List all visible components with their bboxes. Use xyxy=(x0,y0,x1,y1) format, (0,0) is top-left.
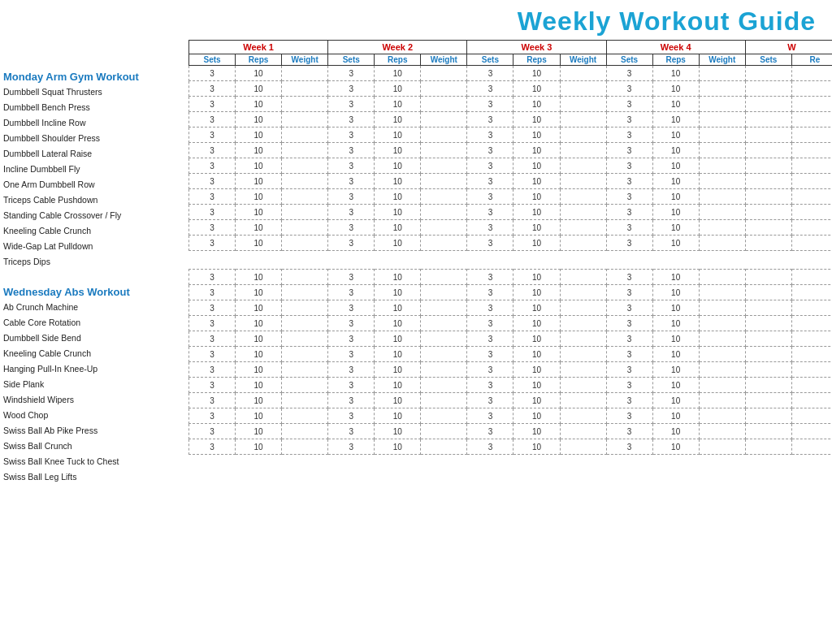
week4-reps-1: 10 xyxy=(652,81,699,97)
week1-sets-3: 3 xyxy=(189,112,236,128)
s2-week1-weight-0 xyxy=(282,270,328,285)
s2-week1-reps-1: 10 xyxy=(236,285,282,300)
section1-container: Monday Arm Gym Workout Dumbbell Squat Th… xyxy=(3,71,187,270)
w3-weight-header: Weight xyxy=(560,54,606,66)
week4-weight-4 xyxy=(699,128,745,143)
s2-week4-reps-6: 10 xyxy=(652,362,699,378)
s2-week4-reps-2: 10 xyxy=(652,300,699,316)
week2-weight-7 xyxy=(421,174,467,189)
s2-week2-weight-2 xyxy=(421,300,467,316)
w2-reps-header: Reps xyxy=(375,54,421,66)
section1-exercise-7: Triceps Cable Pushdown xyxy=(3,192,187,208)
section2-exercise-9: Swiss Ball Crunch xyxy=(3,439,187,454)
s2-week5-reps-9 xyxy=(791,408,832,424)
section1-exercise-1: Dumbbell Bench Press xyxy=(3,100,187,115)
week2-weight-2 xyxy=(421,97,467,112)
s2-week2-reps-8: 10 xyxy=(375,393,421,408)
week2-weight-1 xyxy=(421,81,467,97)
s2-week1-weight-9 xyxy=(282,408,328,424)
table-row: 310310310310 xyxy=(189,331,833,347)
s2-week4-weight-7 xyxy=(699,378,745,393)
s2-week2-weight-11 xyxy=(421,439,467,455)
w4-sets-header: Sets xyxy=(606,54,652,66)
week2-weight-6 xyxy=(421,158,467,174)
s2-week1-reps-10: 10 xyxy=(236,424,282,439)
week2-sets-4: 3 xyxy=(328,128,375,143)
week1-reps-3: 10 xyxy=(236,112,282,128)
section2-exercise-2: Dumbbell Side Bend xyxy=(3,331,187,346)
table-row: 310310310310 xyxy=(189,285,833,300)
week5-sets-9 xyxy=(745,205,791,220)
s2-week3-sets-1: 3 xyxy=(467,285,514,300)
table-row: 310310310310 xyxy=(189,347,833,362)
week3-reps-3: 10 xyxy=(514,112,560,128)
s2-week2-sets-6: 3 xyxy=(328,362,375,378)
s2-week3-reps-3: 10 xyxy=(514,316,560,331)
week4-sets-11: 3 xyxy=(606,236,652,251)
table-row: 310310310310 xyxy=(189,270,833,285)
week4-reps-11: 10 xyxy=(652,236,699,251)
s2-week4-sets-7: 3 xyxy=(606,378,652,393)
week5-sets-6 xyxy=(745,158,791,174)
s2-week3-reps-5: 10 xyxy=(514,347,560,362)
s2-week4-weight-9 xyxy=(699,408,745,424)
week5-reps-0 xyxy=(791,66,832,81)
s2-week2-weight-5 xyxy=(421,347,467,362)
week2-reps-2: 10 xyxy=(375,97,421,112)
week3-header: Week 3 xyxy=(467,41,606,54)
week2-sets-5: 3 xyxy=(328,143,375,158)
s2-week5-reps-4 xyxy=(791,331,832,347)
w2-weight-header: Weight xyxy=(421,54,467,66)
week2-sets-3: 3 xyxy=(328,112,375,128)
section2-exercise-10: Swiss Ball Knee Tuck to Chest xyxy=(3,454,187,469)
week3-reps-7: 10 xyxy=(514,174,560,189)
s2-week5-reps-8 xyxy=(791,393,832,408)
week2-sets-9: 3 xyxy=(328,205,375,220)
s2-week1-reps-8: 10 xyxy=(236,393,282,408)
s2-week2-sets-7: 3 xyxy=(328,378,375,393)
s2-week3-weight-7 xyxy=(560,378,606,393)
week2-header: Week 2 xyxy=(328,41,467,54)
s2-week1-weight-8 xyxy=(282,393,328,408)
s2-week2-sets-4: 3 xyxy=(328,331,375,347)
s2-week1-sets-1: 3 xyxy=(189,285,236,300)
s2-week3-sets-10: 3 xyxy=(467,424,514,439)
s2-week4-weight-2 xyxy=(699,300,745,316)
week3-sets-11: 3 xyxy=(467,236,514,251)
s2-week3-sets-5: 3 xyxy=(467,347,514,362)
table-row: 310310310310 xyxy=(189,112,833,128)
week1-weight-9 xyxy=(282,205,328,220)
page: Weekly Workout Guide Monday Arm Gym Work… xyxy=(0,0,832,644)
week1-reps-8: 10 xyxy=(236,189,282,205)
week4-reps-5: 10 xyxy=(652,143,699,158)
week2-reps-0: 10 xyxy=(375,66,421,81)
week1-sets-6: 3 xyxy=(189,158,236,174)
week4-weight-2 xyxy=(699,97,745,112)
table-row: 310310310310 xyxy=(189,316,833,331)
s2-week3-sets-4: 3 xyxy=(467,331,514,347)
week4-header: Week 4 xyxy=(606,41,745,54)
s2-week1-reps-4: 10 xyxy=(236,331,282,347)
s2-week3-reps-4: 10 xyxy=(514,331,560,347)
w1-reps-header: Reps xyxy=(236,54,282,66)
week2-weight-8 xyxy=(421,189,467,205)
s2-week2-reps-2: 10 xyxy=(375,300,421,316)
s2-week4-weight-0 xyxy=(699,270,745,285)
exercises-panel: Monday Arm Gym Workout Dumbbell Squat Th… xyxy=(0,40,187,485)
s2-week1-reps-5: 10 xyxy=(236,347,282,362)
week5-reps-5 xyxy=(791,143,832,158)
s2-week4-reps-0: 10 xyxy=(652,270,699,285)
week3-sets-9: 3 xyxy=(467,205,514,220)
s2-week2-weight-0 xyxy=(421,270,467,285)
s2-week4-sets-11: 3 xyxy=(606,439,652,455)
s2-week4-reps-4: 10 xyxy=(652,331,699,347)
week1-reps-1: 10 xyxy=(236,81,282,97)
week1-reps-0: 10 xyxy=(236,66,282,81)
week3-weight-10 xyxy=(560,220,606,236)
week4-weight-10 xyxy=(699,220,745,236)
section2-title: Wednesday Abs Workout xyxy=(3,286,187,298)
week2-sets-11: 3 xyxy=(328,236,375,251)
week3-sets-4: 3 xyxy=(467,128,514,143)
week1-weight-11 xyxy=(282,236,328,251)
s2-week4-reps-9: 10 xyxy=(652,408,699,424)
